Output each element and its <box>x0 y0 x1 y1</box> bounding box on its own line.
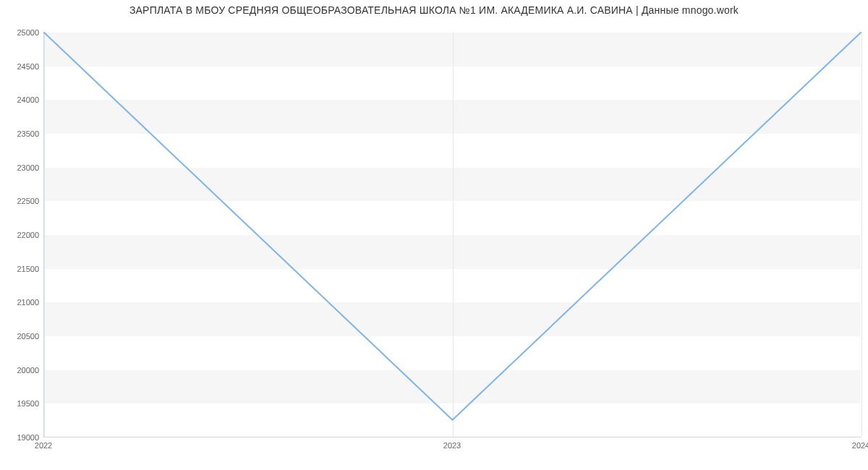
x-gridline <box>861 33 862 437</box>
y-tick-label: 24000 <box>3 95 39 104</box>
y-tick-label: 19000 <box>3 433 39 442</box>
x-tick-label: 2022 <box>35 441 52 450</box>
x-tick-label: 2024 <box>852 441 868 450</box>
y-tick-label: 20500 <box>3 332 39 341</box>
y-tick-label: 21000 <box>3 298 39 307</box>
series-line <box>44 33 861 437</box>
y-tick-label: 24500 <box>3 62 39 71</box>
chart-container: ЗАРПЛАТА В МБОУ СРЕДНЯЯ ОБЩЕОБРАЗОВАТЕЛЬ… <box>0 0 868 470</box>
x-tick-label: 2023 <box>443 441 461 450</box>
y-tick-label: 22500 <box>3 197 39 205</box>
y-tick-label: 19500 <box>3 399 39 408</box>
chart-title: ЗАРПЛАТА В МБОУ СРЕДНЯЯ ОБЩЕОБРАЗОВАТЕЛЬ… <box>0 4 868 16</box>
y-tick-label: 25000 <box>3 28 39 37</box>
y-tick-label: 22000 <box>3 231 39 239</box>
y-tick-label: 20000 <box>3 366 39 375</box>
y-tick-label: 21500 <box>3 265 39 273</box>
plot-area <box>43 33 861 437</box>
y-tick-label: 23000 <box>3 163 39 172</box>
series-path <box>44 33 861 420</box>
y-tick-label: 23500 <box>3 129 39 138</box>
